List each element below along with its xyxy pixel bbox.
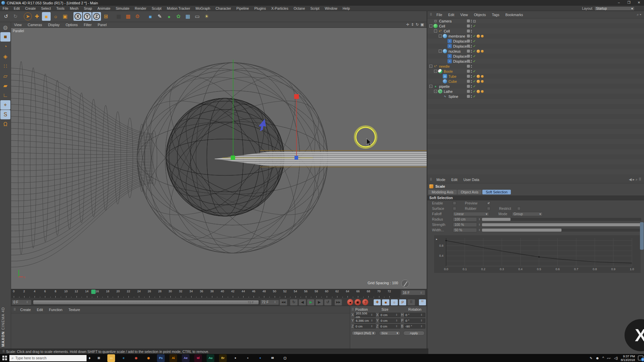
layer-chip[interactable] xyxy=(467,75,470,78)
menu-edit[interactable]: Edit xyxy=(11,6,22,10)
enabled-check-icon[interactable]: ✓ xyxy=(473,79,476,83)
coord-size-dropdown[interactable]: Size▾ xyxy=(379,331,400,336)
strength-slider[interactable] xyxy=(482,223,641,226)
autokey-button[interactable]: ◉ xyxy=(354,299,361,306)
menu-motion-tracker[interactable]: Motion Tracker xyxy=(164,6,193,10)
falloff-curve-graph[interactable]: 0.80.40.00.10.20.30.40.50.60.70.80.91.0▸ xyxy=(434,235,641,273)
layer-chip[interactable] xyxy=(467,50,470,53)
width-slider[interactable] xyxy=(482,229,641,232)
timeline-range-slider[interactable]: 72 F xyxy=(33,300,259,305)
tab-soft-selection[interactable]: Soft Selection xyxy=(482,190,511,194)
layer-chip[interactable] xyxy=(467,60,470,63)
layer-chip[interactable] xyxy=(467,29,470,33)
timeline-playhead[interactable] xyxy=(91,290,96,294)
people-icon[interactable]: ☻ xyxy=(595,356,599,360)
viewport-menu-display[interactable]: Display xyxy=(45,23,62,27)
layer-chip[interactable] xyxy=(467,35,470,38)
object-row-displacer[interactable]: ≈Displacer✓ xyxy=(427,54,644,59)
enabled-check-icon[interactable]: ✓ xyxy=(473,84,476,88)
radius-slider[interactable] xyxy=(482,218,641,221)
visibility-dots-icon[interactable] xyxy=(471,40,472,43)
position-z-field[interactable]: 0 cm⇕ xyxy=(354,324,376,328)
key-position-toggle[interactable]: ✚ xyxy=(373,299,381,306)
enabled-check-icon[interactable]: ✓ xyxy=(473,24,476,28)
object-row-pipette[interactable]: −▲pipette✓ xyxy=(427,84,644,89)
phong-tag-icon[interactable] xyxy=(477,80,480,83)
close-button[interactable]: ✕ xyxy=(634,0,644,6)
spinner-icon[interactable]: ⇕ xyxy=(478,229,481,232)
maximize-button[interactable]: ❐ xyxy=(624,0,634,6)
visibility-dots-icon[interactable] xyxy=(471,60,472,63)
taskbar-app-indesign[interactable]: Id xyxy=(194,354,202,362)
taskbar-app-task-view[interactable]: ⊞ xyxy=(95,354,103,362)
layer-chip[interactable] xyxy=(467,65,470,68)
volume-icon[interactable]: ◁) xyxy=(614,356,618,360)
size-x-field[interactable]: 0 cm⇕ xyxy=(379,313,400,317)
material-tag-icon[interactable] xyxy=(481,50,484,53)
visibility-dots-icon[interactable] xyxy=(471,90,472,93)
live-selection-button[interactable]: ➤ xyxy=(24,12,32,20)
om-menu-file[interactable]: File xyxy=(433,13,445,17)
apply-button[interactable]: Apply xyxy=(403,331,425,336)
menu-x-particles[interactable]: X-Particles xyxy=(269,6,291,10)
am-menu-user-data[interactable]: User Data xyxy=(461,178,482,182)
phong-tag-icon[interactable] xyxy=(477,50,480,53)
camera-link-icon[interactable]: ⊡ xyxy=(473,19,476,23)
pen-spline-button[interactable]: ✎ xyxy=(155,12,164,21)
goto-end-button[interactable]: ▶▶ xyxy=(334,299,342,306)
record-options-button[interactable]: ? xyxy=(362,299,369,306)
enabled-check-icon[interactable]: ✓ xyxy=(473,44,476,48)
orbit-view-icon[interactable]: ↻ xyxy=(416,22,419,27)
minimize-button[interactable]: – xyxy=(614,0,624,6)
notification-icon[interactable]: 2 xyxy=(638,356,643,360)
restrict-checkbox[interactable] xyxy=(517,207,521,210)
axis-z-button[interactable]: Z xyxy=(92,12,101,21)
workplane-mode-button[interactable]: ◈ xyxy=(0,52,10,61)
move-button[interactable]: ✚ xyxy=(33,12,41,21)
menu-tools[interactable]: Tools xyxy=(54,6,67,10)
menu-script[interactable]: Script xyxy=(308,6,322,10)
start-frame-field[interactable]: 0 F⇕ xyxy=(12,300,32,305)
mograph-cloner-button[interactable]: ✿ xyxy=(174,12,183,21)
layer-chip[interactable] xyxy=(467,40,470,43)
mat-menu-create[interactable]: Create xyxy=(17,308,34,312)
surface-checkbox[interactable] xyxy=(453,207,456,210)
pan-view-icon[interactable]: ✛ xyxy=(406,22,409,27)
material-tag-icon[interactable] xyxy=(481,75,484,78)
visibility-dots-icon[interactable] xyxy=(471,50,472,53)
object-row-displacer-1[interactable]: ≈Displacer.1✓ xyxy=(427,59,644,64)
layer-chip[interactable] xyxy=(467,90,470,93)
snap-toggle-button[interactable]: S xyxy=(0,110,10,119)
goto-start-button[interactable]: ◀◀ xyxy=(279,299,287,306)
menu-octane[interactable]: Octane xyxy=(291,6,308,10)
layer-chip[interactable] xyxy=(467,45,470,48)
next-key-button[interactable]: ▶ xyxy=(315,299,323,306)
menu-animate[interactable]: Animate xyxy=(95,6,113,10)
layout-dropdown[interactable]: Startup▾ xyxy=(594,6,635,11)
taskbar-app-cinema4d[interactable]: ● xyxy=(231,354,239,362)
texture-mode-button[interactable]: ◔ xyxy=(0,42,10,51)
material-tag-icon[interactable] xyxy=(481,90,484,93)
render-settings-button[interactable]: ⚙ xyxy=(133,12,142,21)
enabled-check-icon[interactable]: ✓ xyxy=(473,54,476,58)
enabled-check-icon[interactable]: ✓ xyxy=(473,69,476,73)
coordinate-system-button[interactable]: ⊞ xyxy=(102,12,110,21)
object-row-nucleus[interactable]: −nucleus✓ xyxy=(427,49,644,54)
menu-help[interactable]: Help xyxy=(340,6,353,10)
rotation-p-field[interactable]: 0 °⇕ xyxy=(404,318,425,323)
menu-mograph[interactable]: MoGraph xyxy=(193,6,213,10)
menu-sculpt[interactable]: Sculpt xyxy=(149,6,164,10)
object-row-needle[interactable]: −L⁰needle xyxy=(427,64,644,69)
taskbar-search-input[interactable]: ⌕ Type here to search xyxy=(9,355,87,361)
stage-button[interactable]: ▭ xyxy=(193,12,202,21)
mat-menu-function[interactable]: Function xyxy=(46,308,65,312)
prev-key-button[interactable]: ◀ xyxy=(299,299,306,306)
strength-field[interactable]: 100 % xyxy=(453,223,477,227)
viewport-menu-options[interactable]: Options xyxy=(63,23,81,27)
taskbar-app-app-blue[interactable]: ● xyxy=(256,354,264,362)
floor-button[interactable]: ▦ xyxy=(183,12,192,21)
record-button[interactable]: ● xyxy=(347,299,354,306)
layer-chip[interactable] xyxy=(467,85,470,88)
menu-character[interactable]: Character xyxy=(213,6,234,10)
tab-object-axis[interactable]: Object Axis xyxy=(458,190,482,194)
